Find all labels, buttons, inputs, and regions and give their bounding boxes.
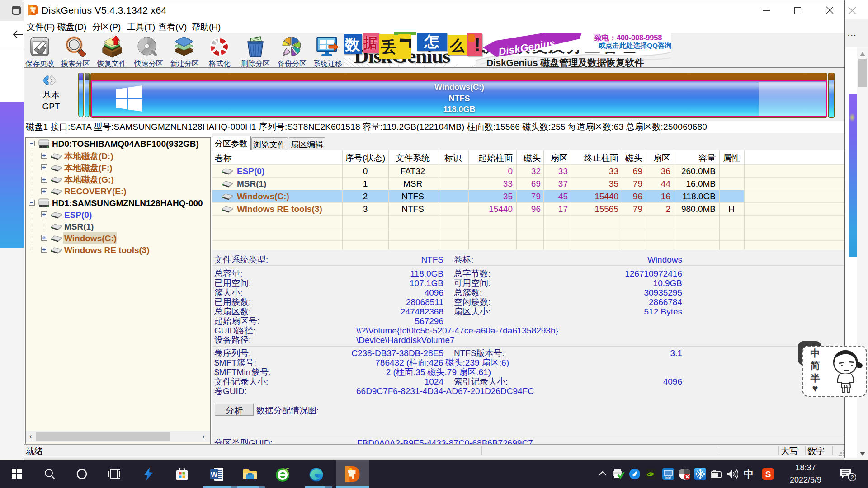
- svg-text:W: W: [211, 471, 218, 479]
- svg-text:intel: intel: [665, 476, 671, 479]
- svg-text:S: S: [765, 469, 771, 479]
- svg-text:2: 2: [850, 474, 854, 481]
